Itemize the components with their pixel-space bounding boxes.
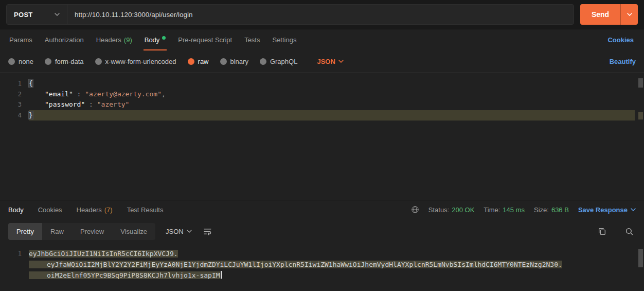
response-line: oiM2eElnf05YPc9BSq9PiP8S8KCJh7lvhjo1x-sa… [0, 270, 644, 281]
response-tab-test-results[interactable]: Test Results [127, 206, 164, 214]
send-options-button[interactable] [620, 4, 638, 25]
radio-selected-icon [188, 58, 194, 65]
chevron-down-icon [631, 208, 636, 211]
request-url-bar: POST Send [0, 0, 644, 29]
tab-authorization[interactable]: Authorization [39, 29, 90, 50]
line-number: 1 [0, 78, 29, 89]
chevron-down-icon [55, 13, 60, 16]
jwt-token-part-3: oiM2eElnf05YPc9BSq9PiP8S8KCJh7lvhjo1x-sa… [29, 271, 220, 279]
editor-line: 3 "password" : "azerty" [0, 99, 644, 110]
tab-label: Tests [244, 36, 260, 44]
jwt-token-part-1: eyJhbGciOiJIUzI1NiIsInR5cCI6IkpXVCJ9. [29, 250, 178, 258]
tab-settings[interactable]: Settings [266, 29, 302, 50]
tab-label: Pre-request Script [178, 36, 232, 44]
body-type-options: none form-data x-www-form-urlencoded raw… [0, 50, 644, 72]
response-tab-body[interactable]: Body [8, 206, 24, 214]
response-line: eyJfaWQiOiI2MjBlY2Y2Y2FiMjEyYzA0NjE1Yjdm… [0, 259, 644, 270]
json-key: "password" [45, 100, 85, 108]
body-type-form-data[interactable]: form-data [45, 58, 84, 65]
url-container: POST [6, 4, 574, 25]
chevron-down-icon [338, 60, 344, 63]
tab-label: Headers [77, 206, 102, 214]
body-type-x-www-form-urlencoded[interactable]: x-www-form-urlencoded [95, 58, 176, 65]
tab-headers[interactable]: Headers (9) [90, 29, 138, 50]
cookies-link[interactable]: Cookies [600, 29, 641, 50]
radio-icon [260, 58, 266, 65]
language-label: JSON [166, 228, 184, 235]
request-body-editor[interactable]: 1 { 2 "email" : "azerty@azerty.com", 3 "… [0, 72, 644, 200]
response-tab-cookies[interactable]: Cookies [38, 206, 62, 214]
radio-label: binary [230, 58, 248, 65]
status-badge: Status: 200 OK [428, 206, 475, 214]
send-button[interactable]: Send [580, 4, 620, 25]
body-type-raw[interactable]: raw [188, 58, 209, 65]
tab-label: Authorization [45, 36, 84, 44]
tab-label: Body [145, 36, 160, 44]
tab-pre-request-script[interactable]: Pre-request Script [172, 29, 238, 50]
editor-scrollbar-marker [638, 112, 643, 119]
radio-label: GraphQL [270, 58, 297, 65]
tab-label: Headers [96, 36, 121, 44]
line-number: 3 [0, 99, 29, 110]
editor-line: 2 "email" : "azerty@azerty.com", [0, 89, 644, 100]
line-number: 4 [0, 110, 29, 121]
radio-icon [220, 58, 227, 65]
tab-params[interactable]: Params [3, 29, 39, 50]
view-tab-visualize[interactable]: Visualize [112, 223, 155, 240]
view-tab-preview[interactable]: Preview [72, 223, 112, 240]
response-header: Body Cookies Headers (7) Test Results St… [0, 200, 644, 219]
tab-body[interactable]: Body [138, 29, 172, 50]
response-headers-count-badge: (7) [104, 206, 113, 214]
editor-scrollbar-thumb[interactable] [638, 78, 643, 88]
response-body[interactable]: 1 eyJhbGciOiJIUzI1NiIsInR5cCI6IkpXVCJ9. … [0, 244, 644, 291]
time-badge: Time: 145 ms [484, 206, 525, 214]
tab-tests[interactable]: Tests [238, 29, 266, 50]
json-key: "email" [45, 90, 73, 98]
json-comma: , [162, 90, 166, 98]
radio-label: raw [198, 58, 209, 65]
search-response-button[interactable] [623, 225, 636, 238]
language-label: JSON [317, 58, 335, 65]
body-type-binary[interactable]: binary [220, 58, 248, 65]
view-tab-pretty[interactable]: Pretty [8, 223, 42, 240]
headers-count-badge: (9) [124, 36, 132, 44]
globe-icon [411, 206, 419, 214]
body-type-graphql[interactable]: GraphQL [260, 58, 297, 65]
radio-label: x-www-form-urlencoded [105, 58, 176, 65]
response-scrollbar-thumb[interactable] [638, 249, 643, 267]
radio-icon [45, 58, 51, 65]
response-meta: Status: 200 OK Time: 145 ms Size: 636 B … [411, 206, 636, 214]
chevron-down-icon [187, 230, 192, 233]
tab-label: Cookies [38, 206, 62, 214]
close-brace: } [29, 111, 33, 119]
response-line: 1 eyJhbGciOiJIUzI1NiIsInR5cCI6IkpXVCJ9. [0, 248, 644, 259]
line-number: 1 [0, 248, 29, 259]
tab-label: Settings [272, 36, 296, 44]
open-brace: { [29, 79, 33, 87]
body-language-dropdown[interactable]: JSON [317, 58, 343, 65]
method-dropdown[interactable]: POST [7, 5, 67, 24]
tab-label: Body [8, 206, 24, 214]
method-label: POST [14, 11, 33, 19]
url-input[interactable] [67, 5, 574, 24]
response-tab-headers[interactable]: Headers (7) [77, 206, 113, 214]
jwt-token-part-2: eyJfaWQiOiI2MjBlY2Y2Y2FiMjEyYzA0NjE1Yjdm… [29, 261, 562, 268]
text-cursor [221, 271, 222, 279]
response-view-tabs: Pretty Raw Preview Visualize [8, 223, 155, 240]
request-tabs: Params Authorization Headers (9) Body Pr… [0, 29, 644, 50]
radio-label: form-data [55, 58, 84, 65]
body-present-dot-icon [162, 36, 166, 40]
body-type-none[interactable]: none [8, 58, 33, 65]
save-response-button[interactable]: Save Response [578, 206, 636, 214]
response-action-icons [596, 225, 636, 238]
wrap-text-icon [203, 227, 212, 236]
json-value: "azerty" [97, 100, 130, 108]
wrap-text-button[interactable] [201, 225, 214, 238]
response-language-dropdown[interactable]: JSON [166, 228, 192, 235]
response-toolbar: Pretty Raw Preview Visualize JSON [0, 219, 644, 244]
beautify-link[interactable]: Beautify [610, 58, 636, 65]
view-tab-raw[interactable]: Raw [42, 223, 72, 240]
copy-response-button[interactable] [596, 225, 609, 238]
line-number [0, 270, 29, 281]
copy-icon [598, 227, 606, 236]
